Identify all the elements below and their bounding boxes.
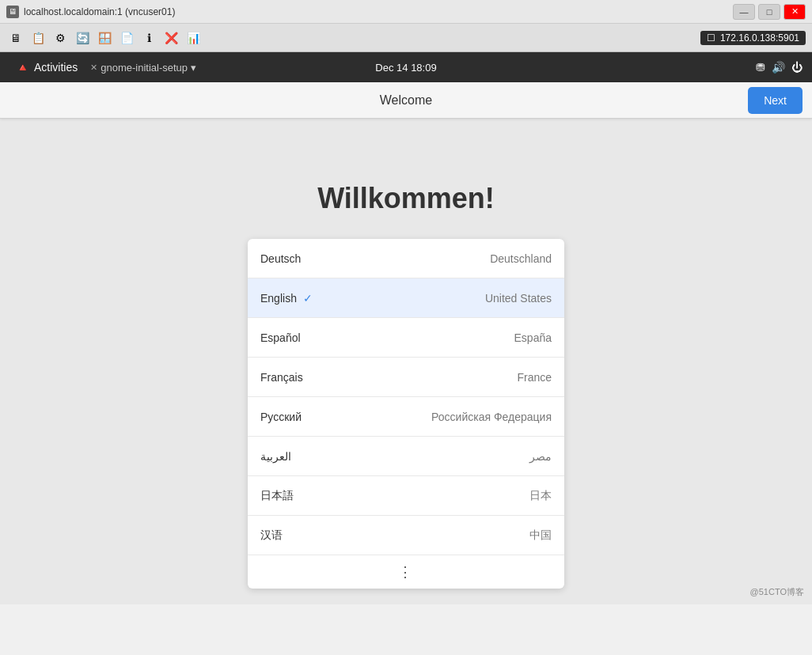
- lang-name-chinese: 汉语: [260, 528, 529, 543]
- checkbox-icon: ☐: [707, 32, 715, 44]
- language-item-deutsch[interactable]: Deutsch Deutschland: [248, 239, 564, 278]
- lang-name-japanese: 日本語: [260, 489, 529, 503]
- language-item-russian[interactable]: Русский Российская Федерация: [248, 397, 564, 437]
- ip-label: 172.16.0.138:5901: [720, 32, 799, 44]
- language-item-japanese[interactable]: 日本語 日本: [248, 476, 564, 516]
- lang-region-deutsch: Deutschland: [490, 252, 552, 265]
- lang-name-espanol: Español: [260, 331, 514, 344]
- toolbar-icon-windows[interactable]: 🪟: [95, 28, 114, 47]
- more-languages-button[interactable]: ⋮: [248, 555, 564, 589]
- lang-region-japanese: 日本: [529, 489, 552, 503]
- lang-region-espanol: España: [514, 331, 552, 344]
- language-item-arabic[interactable]: العربية مصر: [248, 437, 564, 476]
- toolbar-icon-info[interactable]: ℹ: [139, 28, 158, 47]
- toolbar-icon-settings[interactable]: ⚙: [51, 28, 70, 47]
- lang-name-russian: Русский: [260, 411, 431, 423]
- lang-name-francais: Français: [260, 371, 517, 384]
- activities-label: Activities: [34, 61, 78, 74]
- toolbar-icon-monitor[interactable]: 🖥: [6, 28, 25, 47]
- lang-name-english: English ✓: [260, 292, 485, 305]
- lang-region-english: United States: [485, 292, 552, 305]
- lang-name-arabic: العربية: [260, 450, 529, 463]
- lang-region-chinese: 中国: [529, 528, 552, 543]
- more-dots-icon: ⋮: [398, 563, 414, 581]
- watermark: @51CTO博客: [750, 586, 804, 598]
- gnome-clock: Dec 14 18:09: [375, 62, 436, 74]
- selected-check-icon: ✓: [303, 292, 313, 305]
- lang-name-deutsch: Deutsch: [260, 252, 490, 265]
- window-titlebar: 🖥 localhost.localdomain:1 (vncuser01) — …: [0, 0, 812, 24]
- maximize-button[interactable]: □: [758, 4, 780, 20]
- ip-address-display: ☐ 172.16.0.138:5901: [700, 31, 806, 45]
- lang-region-arabic: مصر: [529, 450, 552, 463]
- window-controls: — □ ✕: [733, 4, 806, 20]
- language-item-espanol[interactable]: Español España: [248, 318, 564, 358]
- network-icon[interactable]: ⛃: [756, 61, 765, 74]
- minimize-button[interactable]: —: [733, 4, 755, 20]
- language-item-english[interactable]: English ✓ United States: [248, 278, 564, 318]
- window-title: localhost.localdomain:1 (vncuser01): [24, 6, 733, 17]
- gnome-topbar: 🔺 Activities ✕ gnome-initial-setup ▾ Dec…: [0, 52, 812, 82]
- power-icon[interactable]: ⏻: [791, 61, 803, 74]
- content-area: Welcome Next Willkommen! Deutsch Deutsch…: [0, 82, 812, 604]
- app-header-title: Welcome: [380, 93, 432, 108]
- window-app-icon: 🖥: [6, 6, 19, 18]
- toolbar-icon-refresh[interactable]: 🔄: [73, 28, 92, 47]
- language-item-chinese[interactable]: 汉语 中国: [248, 516, 564, 555]
- toolbar: 🖥 📋 ⚙ 🔄 🪟 📄 ℹ ❌ 📊 ☐ 172.16.0.138:5901: [0, 24, 812, 52]
- language-list: Deutsch Deutschland English ✓ United Sta…: [248, 239, 564, 589]
- gnome-status-icons: ⛃ 🔊 ⏻: [756, 61, 803, 74]
- app-arrow-icon: ▾: [191, 62, 196, 74]
- volume-icon[interactable]: 🔊: [772, 61, 785, 74]
- app-name-label: gnome-initial-setup: [101, 62, 188, 74]
- language-item-francais[interactable]: Français France: [248, 358, 564, 397]
- close-button[interactable]: ✕: [784, 4, 806, 20]
- close-app-icon: ✕: [90, 62, 97, 73]
- activities-icon: 🔺: [16, 61, 29, 74]
- app-indicator[interactable]: ✕ gnome-initial-setup ▾: [90, 62, 196, 74]
- activities-button[interactable]: 🔺 Activities: [9, 58, 84, 77]
- lang-region-francais: France: [517, 371, 552, 384]
- toolbar-icon-chart[interactable]: 📊: [184, 28, 203, 47]
- welcome-heading: Willkommen!: [317, 182, 495, 215]
- toolbar-icon-close-red[interactable]: ❌: [161, 28, 180, 47]
- toolbar-icon-clipboard[interactable]: 📋: [28, 28, 47, 47]
- next-button[interactable]: Next: [748, 87, 803, 114]
- app-headerbar: Welcome Next: [0, 82, 812, 119]
- toolbar-icon-document[interactable]: 📄: [117, 28, 136, 47]
- lang-region-russian: Российская Федерация: [431, 411, 552, 423]
